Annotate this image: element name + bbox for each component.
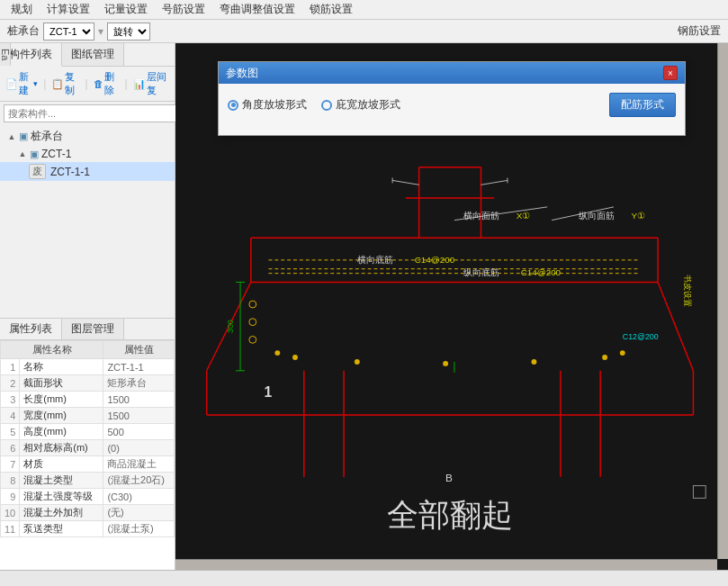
delete-btn[interactable]: 🗑 删除 — [92, 69, 121, 98]
row-name: 泵送类型 — [20, 521, 103, 537]
col-value-header: 属性值 — [103, 341, 175, 359]
folder-icon2: ▣ — [30, 149, 39, 160]
new-btn[interactable]: 📄 新建 ▾ — [4, 69, 40, 98]
option1-label: 角度放坡形式 — [242, 97, 307, 113]
tree-child1-label: ZCT-1 — [41, 148, 71, 160]
panel-tabs: 构件列表 图纸管理 — [0, 43, 175, 67]
row-id: 8 — [1, 473, 20, 489]
row-id: 5 — [1, 424, 20, 440]
toolbar-select1[interactable]: ZCT-1 — [43, 23, 94, 41]
table-row: 7 材质 商品混凝土 — [1, 456, 175, 473]
row-value: 矩形承台 — [103, 375, 175, 392]
table-row: 8 混凝土类型 (混凝土20石) — [1, 473, 175, 489]
row-value: (混凝土泵) — [103, 521, 175, 537]
menu-bar: 规划 计算设置 记量设置 号筋设置 弯曲调整值设置 锁筋设置 — [0, 0, 728, 20]
row-value: (无) — [103, 505, 175, 521]
menu-jisuan[interactable]: 计算设置 — [40, 0, 97, 19]
new-label: 新建 — [19, 70, 32, 97]
properties-table: 属性名称 属性值 1 名称 ZCT-1-1 2 截面形状 矩形承台 3 长度(m… — [0, 340, 175, 570]
tab-attribute-list[interactable]: 属性列表 — [0, 319, 62, 339]
table-row: 11 泵送类型 (混凝土泵) — [1, 521, 175, 537]
row-value: (混凝土20石) — [103, 473, 175, 489]
row-id: 7 — [1, 456, 20, 473]
row-id: 10 — [1, 505, 20, 521]
row-name: 高度(mm) — [20, 424, 103, 440]
menu-jiliang[interactable]: 记量设置 — [97, 0, 155, 19]
menu-haojin[interactable]: 号筋设置 — [155, 0, 212, 19]
props-tabs: 属性列表 图层管理 — [0, 319, 175, 340]
废-tag: 废 — [29, 164, 46, 179]
params-dialog: 参数图 × 角度放坡形式 庇宽放坡形式 — [218, 61, 686, 136]
table-row: 4 宽度(mm) 1500 — [1, 408, 175, 424]
row-name: 宽度(mm) — [20, 408, 103, 424]
tree-root[interactable]: ▲ ▣ 桩承台 — [0, 127, 175, 146]
table-row: 3 长度(mm) 1500 — [1, 392, 175, 408]
left-edge-label: Ea — [0, 43, 11, 66]
tree-child1[interactable]: ▲ ▣ ZCT-1 — [0, 146, 175, 162]
radio2-indicator — [321, 100, 332, 111]
row-name: 名称 — [20, 359, 103, 375]
row-id: 1 — [1, 359, 20, 375]
folder-icon: ▣ — [19, 131, 28, 142]
copy-icon: 📋 — [51, 78, 64, 90]
copy-btn[interactable]: 📋 复制 — [49, 69, 81, 98]
content-area: Ea 构件列表 图纸管理 📄 新建 ▾ | 📋 复制 | — [0, 43, 728, 570]
layer-label: 层间复 — [147, 70, 169, 97]
row-value: 1500 — [103, 408, 175, 424]
row-value: (C30) — [103, 489, 175, 505]
row-id: 6 — [1, 440, 20, 456]
status-bar — [0, 570, 728, 586]
tab-drawing-management[interactable]: 图纸管理 — [62, 43, 124, 66]
radio1-indicator — [228, 100, 238, 111]
table-row: 2 截面形状 矩形承台 — [1, 375, 175, 392]
tree-root-label: 桩承台 — [31, 129, 63, 144]
toolbar-label: 桩承台 — [4, 23, 43, 39]
menu-guihua[interactable]: 规划 — [4, 0, 40, 19]
table-row: 10 混凝土外加剂 (无) — [1, 505, 175, 521]
expand-icon2: ▲ — [18, 149, 27, 158]
table-row: 6 相对底标高(m) (0) — [1, 440, 175, 456]
row-id: 9 — [1, 489, 20, 505]
steeljin-label: 钢筋设置 — [674, 23, 724, 39]
component-toolbar: 📄 新建 ▾ | 📋 复制 | 🗑 删除 | 📊 层间复 — [0, 67, 175, 102]
row-name: 长度(mm) — [20, 392, 103, 408]
main-toolbar: 桩承台 ZCT-1 ▾ 旋转 钢筋设置 — [0, 20, 728, 43]
row-name: 混凝土强度等级 — [20, 489, 103, 505]
table-row: 1 名称 ZCT-1-1 — [1, 359, 175, 375]
dialog-title: 参数图 — [226, 66, 258, 81]
main-area: 300 横向面筋 X① 纵向面筋 Y① 横向底筋 C14@200 — [175, 43, 728, 570]
tab-layer-management[interactable]: 图层管理 — [62, 319, 124, 339]
expand-icon: ▲ — [7, 132, 16, 141]
layer-icon: 📊 — [133, 78, 146, 90]
row-id: 4 — [1, 408, 20, 424]
row-value: ZCT-1-1 — [103, 359, 175, 375]
row-id: 2 — [1, 375, 20, 392]
dialog-title-bar: 参数图 × — [219, 62, 685, 84]
row-name: 相对底标高(m) — [20, 440, 103, 456]
dialog-close-btn[interactable]: × — [663, 66, 678, 80]
row-name: 截面形状 — [20, 375, 103, 392]
col-name-header: 属性名称 — [1, 341, 103, 359]
row-value: 500 — [103, 424, 175, 440]
option2-label: 庇宽放坡形式 — [336, 97, 400, 113]
option1-radio[interactable]: 角度放坡形式 — [228, 97, 307, 113]
row-id: 3 — [1, 392, 20, 408]
component-tree: ▲ ▣ 桩承台 ▲ ▣ ZCT-1 废 ZCT-1-1 — [0, 125, 175, 318]
new-icon: 📄 — [5, 78, 18, 90]
config-btn[interactable]: 配筋形式 — [609, 93, 676, 117]
tree-grandchild1[interactable]: 废 ZCT-1-1 — [0, 162, 175, 181]
search-input[interactable] — [4, 104, 178, 122]
row-value: 商品混凝土 — [103, 456, 175, 473]
toolbar-select2[interactable]: 旋转 — [107, 23, 150, 41]
dialog-body: 角度放坡形式 庇宽放坡形式 配筋形式 — [219, 84, 685, 135]
properties-panel: 属性列表 图层管理 属性名称 属性值 1 名称 ZCT-1-1 — [0, 318, 175, 570]
dialog-overlay: 参数图 × 角度放坡形式 庇宽放坡形式 — [175, 43, 728, 570]
row-id: 11 — [1, 521, 20, 537]
dialog-options: 角度放坡形式 庇宽放坡形式 配筋形式 — [228, 93, 676, 117]
new-dropdown-icon: ▾ — [33, 79, 38, 88]
option2-radio[interactable]: 庇宽放坡形式 — [321, 97, 400, 113]
row-name: 材质 — [20, 456, 103, 473]
menu-suojin[interactable]: 锁筋设置 — [302, 0, 360, 19]
layer-btn[interactable]: 📊 层间复 — [131, 69, 171, 98]
menu-wanqu[interactable]: 弯曲调整值设置 — [212, 0, 302, 19]
